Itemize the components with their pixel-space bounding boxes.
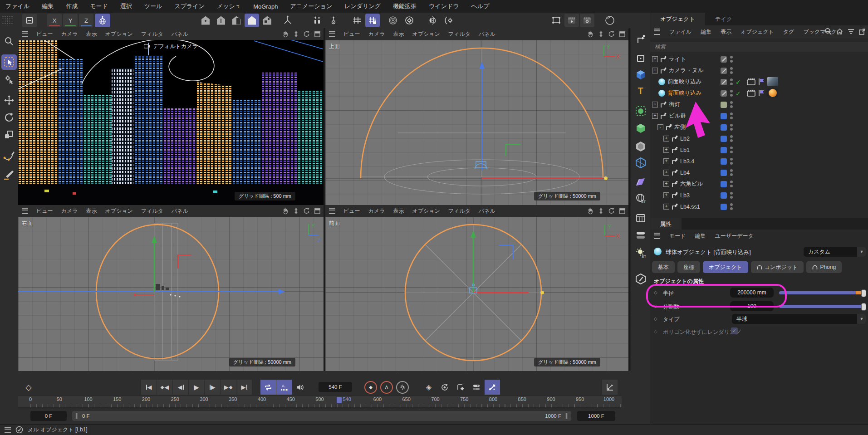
layer-color-chip[interactable]: [721, 113, 727, 119]
render-perfect-checkbox[interactable]: ✓: [731, 327, 738, 334]
key-pla-button[interactable]: [469, 380, 484, 395]
preview-range-bar[interactable]: 0 F 1000 F: [72, 411, 571, 421]
keying-settings-button[interactable]: [395, 380, 410, 395]
panel-menu-icon[interactable]: [654, 233, 660, 239]
quantize-button[interactable]: [326, 14, 341, 27]
cloner-palette-button[interactable]: [633, 228, 648, 243]
viewport-right[interactable]: Y Z 右面 グリッド間隔 : 50000 mm: [18, 217, 324, 371]
search-icon[interactable]: [824, 28, 832, 35]
layer-color-chip[interactable]: [721, 102, 727, 108]
key-rotation-button[interactable]: [437, 380, 452, 395]
viewport-front[interactable]: Y X 前面 グリッド間隔 : 50000 mm: [325, 217, 628, 371]
layer-color-chip[interactable]: [721, 204, 727, 210]
viewport-menu-icon[interactable]: [329, 31, 335, 37]
open-fcurve-editor-button[interactable]: [602, 380, 618, 395]
visibility-dots-icon[interactable]: [730, 56, 733, 59]
visibility-dots-icon[interactable]: [730, 147, 733, 149]
spline-pen-button[interactable]: [1, 148, 17, 163]
tab-attributes[interactable]: 属性: [650, 218, 682, 230]
vp-menu-filter[interactable]: フィルタ: [141, 207, 163, 215]
object-label[interactable]: Lb4: [680, 170, 690, 176]
object-row-streetlights[interactable]: + 街灯: [650, 99, 868, 110]
volume-builder-palette-button[interactable]: [633, 155, 648, 170]
layer-color-chip[interactable]: [721, 181, 727, 187]
menu-mograph[interactable]: MoGraph: [253, 3, 278, 10]
move-tool-button[interactable]: [1, 93, 17, 108]
om-menu-file[interactable]: ファイル: [669, 28, 691, 36]
toolbar-grip[interactable]: [2, 15, 14, 25]
expand-toggle-icon[interactable]: +: [663, 192, 669, 198]
viewport-menu-icon[interactable]: [22, 208, 28, 214]
segments-input[interactable]: 100: [730, 301, 774, 311]
vp-menu-camera[interactable]: カメラ: [368, 207, 385, 215]
visibility-dots-icon[interactable]: [730, 181, 733, 183]
menu-render[interactable]: レンダリング: [344, 2, 381, 10]
vp-menu-view[interactable]: ビュー: [343, 207, 360, 215]
vp-menu-filter[interactable]: フィルタ: [448, 30, 471, 38]
compositing-tag-icon[interactable]: [747, 89, 755, 97]
object-label-selected[interactable]: 背面映り込み: [667, 89, 702, 97]
object-label[interactable]: Lb3: [680, 192, 690, 199]
axis-lock-x-button[interactable]: X: [47, 14, 62, 27]
panel-menu-icon[interactable]: [654, 29, 660, 35]
slider-handle[interactable]: [861, 303, 866, 311]
keyframe-diamond-icon[interactable]: ◇: [654, 303, 657, 308]
volume-mesher-palette-button[interactable]: [633, 139, 648, 154]
expand-toggle-icon[interactable]: +: [652, 102, 658, 108]
menu-tools[interactable]: ツール: [144, 2, 162, 10]
menu-animation[interactable]: アニメーション: [290, 2, 332, 10]
home-icon[interactable]: [836, 28, 843, 35]
field-palette-button[interactable]: ST: [633, 191, 648, 205]
vp-menu-camera[interactable]: カメラ: [61, 207, 78, 215]
flag-tag-icon[interactable]: [758, 78, 765, 85]
prev-frame-button[interactable]: ◀: [173, 380, 188, 395]
sound-button[interactable]: [292, 380, 308, 395]
lock-workplane-button[interactable]: [365, 14, 380, 27]
range-grip-left[interactable]: [75, 413, 78, 419]
object-row-lb3[interactable]: + Lb3: [650, 190, 868, 201]
zoom-arrows-icon[interactable]: [293, 207, 299, 215]
orbit-icon[interactable]: [303, 30, 310, 38]
vp-menu-display[interactable]: 表示: [86, 207, 97, 215]
autokey-toggle-button[interactable]: A: [379, 380, 394, 395]
om-menu-view[interactable]: 表示: [721, 28, 731, 36]
object-row-buildings[interactable]: + ビル群: [650, 110, 868, 122]
expand-toggle-icon[interactable]: +: [663, 170, 669, 176]
vp-menu-options[interactable]: オプション: [412, 207, 440, 215]
visibility-dots-icon[interactable]: [730, 203, 733, 206]
object-label[interactable]: 六角ビル: [680, 180, 703, 188]
orbit-icon[interactable]: [303, 207, 310, 215]
expand-toggle-icon[interactable]: +: [663, 136, 669, 142]
key-position-button[interactable]: ◈: [421, 380, 436, 395]
visibility-dots-icon[interactable]: [730, 169, 733, 172]
keyframe-selection-button[interactable]: ◇: [21, 380, 36, 395]
record-keyframe-button[interactable]: ◆: [363, 380, 378, 395]
sketch-pen-button[interactable]: [1, 167, 17, 182]
preset-dropdown[interactable]: カスタム ▼: [804, 247, 866, 257]
pla-disable-button[interactable]: [485, 380, 500, 395]
world-coordinates-button[interactable]: [95, 14, 110, 27]
menu-extensions[interactable]: 機能拡張: [393, 2, 417, 10]
menu-edit[interactable]: 編集: [42, 2, 54, 10]
scale-tool-button[interactable]: [1, 127, 17, 142]
visibility-dots-icon[interactable]: [730, 112, 733, 115]
object-row-lb1[interactable]: + Lb1: [650, 144, 868, 156]
new-material-button[interactable]: [602, 14, 618, 27]
object-row-lb4ss1[interactable]: + Lb4.ss1: [650, 201, 868, 212]
key-parameters-button[interactable]: [453, 380, 468, 395]
null-object-palette-button[interactable]: [633, 32, 648, 47]
menu-mesh[interactable]: メッシュ: [217, 2, 241, 10]
menu-select[interactable]: 選択: [120, 2, 132, 10]
maximize-viewport-icon[interactable]: [619, 208, 626, 215]
object-search-input[interactable]: 検索: [650, 42, 868, 52]
maximize-viewport-icon[interactable]: [314, 208, 321, 215]
compositing-tag-icon[interactable]: [747, 78, 755, 85]
object-label[interactable]: Lb1: [680, 147, 690, 153]
radius-slider[interactable]: [779, 291, 866, 294]
attr-menu-edit[interactable]: 編集: [695, 232, 706, 240]
vp-menu-options[interactable]: オプション: [105, 207, 132, 215]
keyframe-diamond-icon[interactable]: ◇: [654, 290, 657, 295]
edges-mode-button[interactable]: [214, 14, 228, 27]
menu-spline[interactable]: スプライン: [174, 2, 205, 10]
layer-color-chip[interactable]: [721, 158, 727, 165]
